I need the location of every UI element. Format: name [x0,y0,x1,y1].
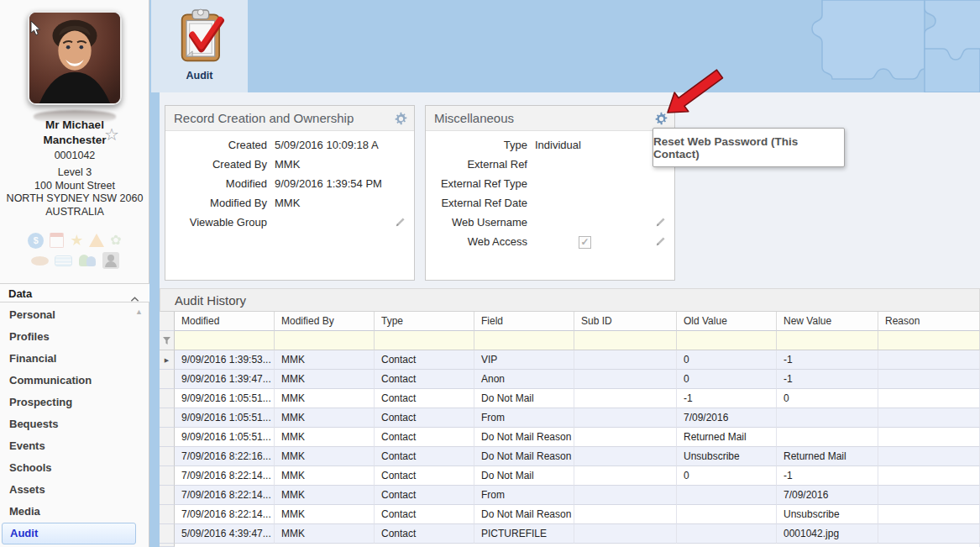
record-gear-icon[interactable] [394,112,408,129]
table-row[interactable]: 5/09/2016 4:39:47...MMKContactPICTUREFIL… [160,524,980,544]
table-cell: 7/09/2016 [677,408,777,428]
profile-silhouette-icon [102,252,119,269]
row-selector[interactable]: ▶ [160,350,175,370]
field-label: External Ref Type [426,177,535,190]
sidebar-item-personal[interactable]: Personal [0,304,149,326]
handshake-icon [31,256,49,266]
table-cell: 9/09/2016 1:05:51... [175,408,275,428]
row-selector[interactable] [160,447,175,466]
table-cell [777,428,878,447]
row-selector[interactable] [160,370,175,389]
sidebar-item-schools[interactable]: Schools [0,457,149,479]
row-selector[interactable] [160,408,175,428]
filter-input[interactable] [574,331,677,350]
edit-pencil-icon[interactable] [655,216,666,231]
table-row[interactable]: 9/09/2016 1:39:47...MMKContactAnon0-1 [160,370,980,389]
filter-input[interactable] [878,331,980,350]
row-selector[interactable] [160,505,175,524]
table-cell [677,505,777,524]
table-cell: Contact [375,447,474,466]
row-selector[interactable] [160,524,175,544]
panel-misc-title: Miscellaneous [434,111,514,125]
table-row[interactable]: 7/09/2016 8:22:14...MMKContactDo Not Mai… [160,505,980,524]
award-icon: ★ [70,233,83,248]
sidebar-item-prospecting[interactable]: Prospecting [0,392,149,413]
contact-name: Mr Michael Manchester [0,118,149,148]
table-row[interactable]: 7/09/2016 8:22:14...MMKContactDo Not Mai… [160,466,980,486]
edit-pencil-icon[interactable] [655,235,666,250]
table-cell: Returned Mail [777,447,878,466]
audit-clipboard-icon [173,7,227,67]
filter-input[interactable] [375,331,474,350]
panel-field-row: Viewable Group [165,213,414,232]
annotation-arrow [657,67,727,123]
row-selector[interactable] [160,466,175,486]
table-cell: 7/09/2016 8:22:14... [175,466,275,486]
web-access-checkbox[interactable]: ✓ [579,236,591,249]
table-row[interactable]: 7/09/2016 8:22:16...MMKContactDo Not Mai… [160,447,980,466]
table-cell: Returned Mail [677,428,777,447]
column-header-sub-id[interactable]: Sub ID [574,312,677,331]
table-cell: 0 [677,466,777,486]
column-header-type[interactable]: Type [375,312,474,331]
field-label: Web Access [426,235,535,248]
field-label: Web Username [426,216,535,229]
column-header-reason[interactable]: Reason [878,312,980,331]
relationships-icon [78,254,97,267]
table-row[interactable]: ▶9/09/2016 1:39:53...MMKContactVIP0-1 [160,350,980,370]
field-value: 9/09/2016 1:39:54 PM [275,177,414,190]
table-cell: VIP [474,350,574,370]
favorite-star-icon[interactable]: ☆ [104,124,119,145]
address-line: AUSTRALIA [0,206,149,219]
filter-input[interactable] [677,331,777,350]
current-row-indicator: ▶ [165,357,169,363]
panel-field-row: Web Access✓ [426,232,674,251]
table-row[interactable]: 9/09/2016 1:05:51...MMKContactDo Not Mai… [160,389,980,408]
table-row[interactable]: 9/09/2016 1:05:51...MMKContactDo Not Mai… [160,428,980,447]
column-header-modified-by[interactable]: Modified By [275,312,375,331]
data-section-header[interactable]: Data [0,283,149,302]
row-selector[interactable] [160,389,175,408]
sidebar-item-communication[interactable]: Communication [0,370,149,392]
panel-field-row: External Ref [426,155,674,174]
column-header-field[interactable]: Field [474,312,574,331]
row-selector-header [160,312,175,331]
puzzle-decoration [703,0,980,96]
table-cell: Contact [375,524,474,544]
table-row[interactable]: 7/09/2016 8:22:14...MMKContactFrom7/09/2… [160,486,980,505]
table-row[interactable]: 9/09/2016 1:05:51...MMKContactFrom7/09/2… [160,408,980,428]
column-header-new-value[interactable]: New Value [777,312,878,331]
sidebar-item-assets[interactable]: Assets [0,479,149,501]
table-cell: MMK [275,486,375,505]
sidebar-item-bequests[interactable]: Bequests [0,413,149,435]
audit-history-title: Audit History [175,293,246,308]
contact-attribute-badges: $ ★ ✿ [0,232,149,272]
table-cell: Contact [375,428,474,447]
table-cell: 7/09/2016 [777,486,878,505]
row-selector[interactable] [160,428,175,447]
sidebar-item-audit[interactable]: Audit [2,523,136,544]
filter-input[interactable] [777,331,878,350]
table-cell: 0 [677,350,777,370]
table-cell [574,370,677,389]
sidebar-item-media[interactable]: Media [0,501,149,523]
reset-web-password-menu-item[interactable]: Reset Web Password (This Contact) [652,128,845,167]
field-label: External Ref [426,158,535,171]
column-header-old-value[interactable]: Old Value [677,312,777,331]
panel-miscellaneous: Miscellaneous TypeIndividualExternal Ref… [425,105,675,281]
contact-id: 0001042 [0,150,149,161]
sidebar-item-events[interactable]: Events [0,435,149,457]
sidebar-item-profiles[interactable]: Profiles [0,326,149,348]
column-header-modified[interactable]: Modified [175,312,275,331]
filter-input[interactable] [474,331,574,350]
table-cell [574,350,677,370]
row-selector[interactable] [160,486,175,505]
sidebar-item-financial[interactable]: Financial [0,348,149,370]
filter-input[interactable] [275,331,375,350]
edit-pencil-icon[interactable] [395,216,406,231]
menu-scroll-up-icon[interactable]: ▲ [135,308,143,316]
tab-audit[interactable]: Audit [151,0,248,92]
filter-input[interactable] [175,331,275,350]
filter-icon[interactable] [160,331,175,350]
app-window: Mr Michael Manchester ☆ 0001042 Level 31… [0,0,980,547]
